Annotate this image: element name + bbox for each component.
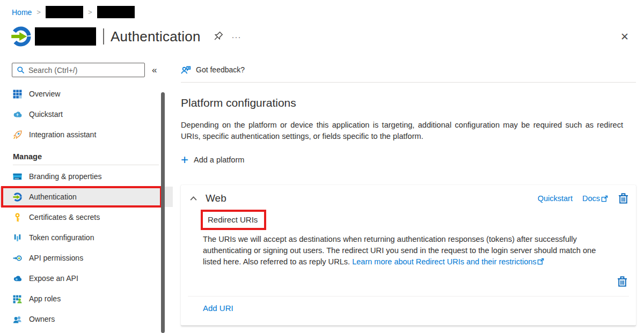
more-options-icon[interactable]: ··· (232, 32, 241, 41)
sidebar-item-overview[interactable]: Overview (0, 84, 173, 104)
authentication-icon (13, 193, 22, 202)
overview-grid-icon (13, 90, 22, 99)
learn-more-link[interactable]: Learn more about Redirect URIs and their… (352, 257, 536, 266)
sidebar-item-label: Branding & properties (29, 172, 101, 181)
key-icon (13, 213, 22, 222)
sidebar-item-label: Certificates & secrets (29, 213, 100, 221)
delete-platform-trash-icon[interactable] (618, 193, 629, 204)
uri-row-divider (188, 296, 629, 297)
sidebar-item-quickstart[interactable]: Quickstart (0, 104, 173, 124)
breadcrumb-redacted-item-2 (97, 6, 135, 18)
app-roles-icon (13, 294, 22, 304)
sidebar-item-label: App roles (29, 294, 61, 303)
sidebar-scrollbar[interactable] (161, 92, 165, 333)
sidebar-section-divider (13, 165, 159, 165)
platform-configurations-description: Depending on the platform or device this… (181, 120, 636, 142)
platform-configurations-heading: Platform configurations (181, 97, 636, 109)
page-title: Authentication (111, 28, 201, 45)
redirect-uris-description: The URIs we will accept as destinations … (203, 234, 609, 268)
search-icon (17, 66, 25, 74)
sidebar-item-app-roles[interactable]: App roles (0, 288, 173, 309)
web-platform-card: Web Quickstart Docs (181, 185, 636, 325)
breadcrumb-home-link[interactable]: Home (12, 8, 32, 17)
docs-link-label: Docs (582, 194, 600, 203)
breadcrumb-separator: > (36, 8, 41, 16)
owners-people-icon (13, 315, 22, 324)
page-header: Authentication ··· ✕ (0, 19, 644, 54)
sidebar-item-token-configuration[interactable]: Token configuration (0, 227, 173, 248)
breadcrumb: Home > > (0, 0, 644, 19)
feedback-icon (181, 65, 191, 75)
sidebar-item-label: Expose an API (29, 274, 78, 283)
docs-link[interactable]: Docs (582, 194, 608, 203)
title-separator (103, 28, 104, 45)
sidebar-item-label: Integration assistant (29, 130, 96, 139)
app-registration-logo-icon (11, 26, 31, 47)
plus-icon: + (181, 155, 188, 165)
web-card-title: Web (206, 193, 226, 204)
search-box[interactable] (12, 63, 145, 77)
sidebar-item-label: Owners (29, 315, 55, 323)
pin-icon[interactable] (213, 31, 223, 42)
sidebar-item-integration-assistant[interactable]: Integration assistant (0, 124, 173, 145)
content-row: « Overview (0, 54, 644, 333)
sidebar-item-api-permissions[interactable]: API permissions (0, 248, 173, 268)
sidebar-item-label: API permissions (29, 254, 83, 262)
api-permissions-icon (13, 254, 22, 263)
collapse-sidebar-icon[interactable]: « (152, 65, 157, 76)
web-card-links: Quickstart Docs (538, 193, 629, 204)
chevron-up-icon[interactable] (189, 195, 197, 203)
sidebar-nav: Overview Quickstart (0, 84, 173, 329)
branding-window-icon: www (13, 172, 22, 181)
expose-api-cloud-icon (13, 274, 22, 283)
sidebar: « Overview (0, 54, 173, 333)
sidebar-item-label: Token configuration (29, 233, 94, 242)
sidebar-item-label: Authentication (29, 193, 77, 201)
got-feedback-button[interactable]: Got feedback? (181, 63, 245, 76)
add-uri-link[interactable]: Add URI (203, 304, 233, 313)
rocket-icon (13, 130, 22, 139)
close-icon[interactable]: ✕ (620, 31, 629, 43)
sidebar-item-owners[interactable]: Owners (0, 309, 173, 329)
svg-text:www: www (14, 177, 19, 179)
sidebar-section-manage: Manage (0, 150, 173, 163)
quickstart-cloud-icon (13, 110, 22, 119)
sidebar-search-row: « (0, 63, 173, 77)
sidebar-item-authentication[interactable]: Authentication (0, 187, 173, 207)
redirect-uri-row (188, 271, 629, 292)
main-content: Got feedback? Platform configurations De… (173, 54, 644, 333)
delete-uri-trash-icon[interactable] (617, 276, 628, 287)
toolbar-divider (181, 82, 636, 83)
sidebar-item-label: Overview (29, 90, 60, 98)
sidebar-item-certificates-secrets[interactable]: Certificates & secrets (0, 207, 173, 227)
add-a-platform-label: Add a platform (194, 156, 244, 164)
external-link-icon (601, 195, 608, 202)
app-name-redacted (35, 27, 96, 46)
got-feedback-label: Got feedback? (196, 65, 245, 74)
breadcrumb-separator: > (88, 8, 92, 16)
sidebar-item-branding-properties[interactable]: www Branding & properties (0, 166, 173, 187)
redirect-uris-heading: Redirect URIs (201, 210, 266, 230)
breadcrumb-redacted-item-1[interactable] (46, 6, 83, 18)
sidebar-item-label: Quickstart (29, 110, 63, 119)
web-card-header: Web Quickstart Docs (188, 193, 629, 204)
external-link-icon (537, 258, 544, 265)
sidebar-item-expose-an-api[interactable]: Expose an API (0, 268, 173, 288)
search-input[interactable] (28, 66, 140, 75)
token-bars-icon (13, 233, 22, 242)
quickstart-link[interactable]: Quickstart (538, 194, 573, 203)
add-a-platform-button[interactable]: + Add a platform (181, 153, 244, 166)
